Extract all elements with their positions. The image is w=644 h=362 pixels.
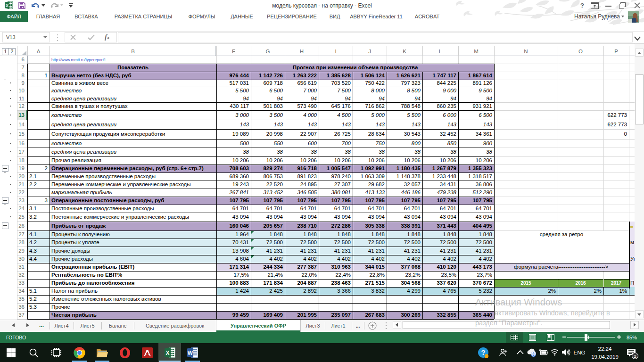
svg-text:2: 2 (634, 354, 636, 359)
svg-text:X: X (6, 3, 8, 8)
svg-text:X: X (165, 350, 169, 356)
svg-text:W: W (188, 350, 193, 356)
svg-text:?: ? (481, 348, 485, 356)
